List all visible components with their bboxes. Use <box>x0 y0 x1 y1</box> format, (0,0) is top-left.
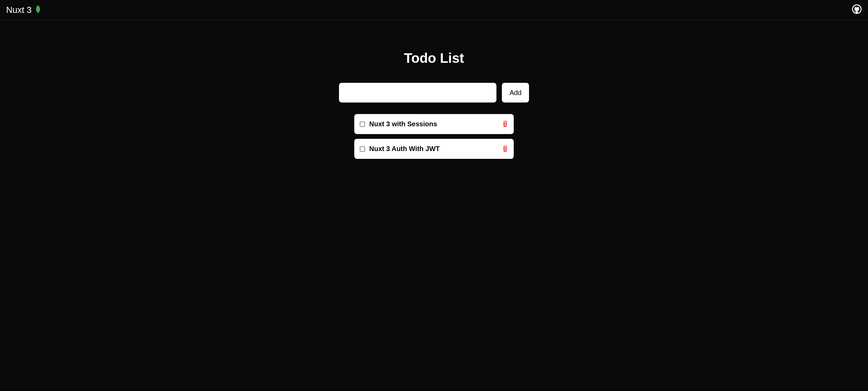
todo-text: Nuxt 3 with Sessions <box>369 120 498 128</box>
page-title: Todo List <box>332 51 536 66</box>
todo-checkbox[interactable] <box>360 146 365 152</box>
app-header: Nuxt 3 <box>0 0 868 20</box>
brand: Nuxt 3 <box>6 5 41 15</box>
delete-button[interactable] <box>502 145 508 153</box>
trash-icon <box>502 145 508 153</box>
todo-list: Nuxt 3 with SessionsNuxt 3 Auth With JWT <box>332 114 536 159</box>
todo-item: Nuxt 3 Auth With JWT <box>354 139 514 159</box>
leaf-icon <box>35 5 41 15</box>
github-icon <box>852 10 862 15</box>
main-content: Todo List Add Nuxt 3 with SessionsNuxt 3… <box>332 20 536 159</box>
brand-title: Nuxt 3 <box>6 5 32 15</box>
add-todo-row: Add <box>332 83 536 103</box>
todo-text: Nuxt 3 Auth With JWT <box>369 145 498 153</box>
delete-button[interactable] <box>502 120 508 128</box>
todo-checkbox[interactable] <box>360 122 365 127</box>
github-link[interactable] <box>852 4 862 16</box>
trash-icon <box>502 120 508 128</box>
new-todo-input[interactable] <box>339 83 496 103</box>
add-button[interactable]: Add <box>502 83 529 103</box>
todo-item: Nuxt 3 with Sessions <box>354 114 514 134</box>
